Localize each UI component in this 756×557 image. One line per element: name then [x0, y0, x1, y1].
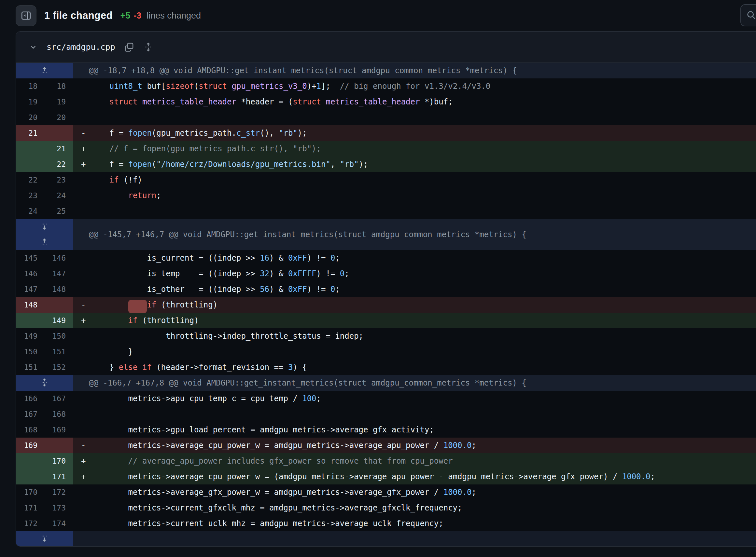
old-line-number [16, 453, 45, 469]
file-diff-panel: src/amdgpu.cpp @@ -18,7 +18,8 @@ void AM… [16, 31, 756, 547]
code-line [90, 406, 756, 422]
panel-toggle-button[interactable] [16, 5, 36, 26]
code-token: ) & [269, 269, 288, 278]
code-token: if [109, 175, 119, 184]
expand-all-icon [143, 42, 154, 52]
old-line-number: 24 [16, 203, 45, 219]
code-token: 0 [340, 269, 344, 278]
code-line: metrics->average_gfx_power_w = amdgpu_me… [90, 485, 756, 500]
old-line-number: 21 [16, 125, 45, 141]
diff-row-context: 149150 throttling->indep_throttle_status… [16, 328, 756, 344]
new-line-number: 151 [45, 344, 73, 359]
code-token: 0 [331, 254, 335, 263]
hunk-header-text: @@ -166,7 +167,8 @@ void AMDGPU::get_ins… [73, 375, 756, 391]
code-line: metrics->gpu_load_percent = amdgpu_metri… [90, 422, 756, 438]
code-token [227, 82, 231, 91]
code-token [90, 144, 109, 153]
code-token: metrics->average_cpu_power_w = amdgpu_me… [90, 441, 443, 450]
diff-marker: - [73, 438, 90, 453]
diff-row-context: 151152 } else if (header->format_revisio… [16, 359, 756, 375]
old-line-number [16, 141, 45, 156]
code-token: metrics->apu_cpu_temp_c = cpu_temp / [90, 394, 302, 403]
code-token: struct [293, 97, 321, 107]
new-line-number: 168 [45, 406, 73, 422]
code-token: 100 [302, 394, 316, 403]
code-line: struct metrics_table_header *header = (s… [90, 94, 756, 110]
diff-row-addition: 170+ // average_apu_power includes gfx_p… [16, 453, 756, 469]
search-button[interactable] [740, 4, 756, 26]
diff-marker: + [73, 141, 90, 156]
code-token: (throttling) [156, 300, 218, 310]
code-token: metrics->current_gfxclk_mhz = amdgpu_met… [90, 503, 462, 512]
new-line-number: 22 [45, 156, 73, 172]
new-line-number: 21 [45, 141, 73, 156]
code-line: metrics->average_cpu_power_w = (amdgpu_m… [90, 469, 756, 485]
code-token [90, 191, 128, 200]
code-token: ; [471, 488, 476, 497]
code-token: throttling->indep_throttle_status = inde… [90, 331, 363, 341]
code-line: throttling->indep_throttle_status = inde… [90, 328, 756, 344]
diff-marker [73, 406, 90, 422]
new-line-number: 150 [45, 328, 73, 344]
collapse-file-button[interactable] [28, 42, 38, 52]
code-line: metrics->average_cpu_power_w = amdgpu_me… [90, 438, 756, 453]
code-token: *)buf; [420, 97, 453, 107]
code-line [90, 203, 756, 219]
code-token: 0xFF [288, 254, 307, 263]
expand-up-icon [40, 66, 49, 76]
code-line [90, 110, 756, 125]
old-line-number [16, 156, 45, 172]
expand-down-button[interactable] [40, 222, 49, 232]
expand-gutter [16, 63, 73, 79]
diff-marker [73, 422, 90, 438]
new-line-number: 174 [45, 516, 73, 531]
diff-row-context: 168169 metrics->gpu_load_percent = amdgp… [16, 422, 756, 438]
copy-path-button[interactable] [124, 42, 135, 52]
diff-marker [73, 344, 90, 359]
new-line-number: 149 [45, 313, 73, 328]
file-header: src/amdgpu.cpp [16, 32, 756, 63]
code-line: return; [90, 188, 756, 203]
old-line-number: 147 [16, 282, 45, 297]
diff-marker: + [73, 469, 90, 485]
code-line: } else if (header->format_revision == 3)… [90, 359, 756, 375]
files-changed-title: 1 file changed [44, 10, 113, 22]
diff-rows: @@ -18,7 +18,8 @@ void AMDGPU::get_insta… [16, 63, 756, 547]
expand-all-hunks-button[interactable] [143, 42, 154, 52]
code-token [90, 175, 109, 184]
expand-up-button[interactable] [40, 237, 49, 247]
hunk-header-row: @@ -18,7 +18,8 @@ void AMDGPU::get_insta… [16, 63, 756, 79]
code-line: is_temp = ((indep >> 32) & 0xFFFF) != 0; [90, 266, 756, 282]
code-token: 56 [260, 285, 269, 294]
new-line-number: 152 [45, 359, 73, 375]
old-line-number: 172 [16, 516, 45, 531]
expand-gutter [16, 375, 73, 391]
diff-marker [73, 250, 90, 266]
code-token: 0xFF [288, 285, 307, 294]
code-token: ) != [316, 269, 340, 278]
code-token: // average_apu_power includes gfx_power … [128, 457, 453, 466]
expand-both-button[interactable] [40, 378, 49, 388]
expand-down-button[interactable] [40, 534, 49, 544]
code-line: if (throttling) [90, 297, 756, 313]
diff-row-deletion: 148- if (throttling) [16, 297, 756, 313]
code-token: 3 [288, 363, 293, 372]
code-token: metrics->gpu_load_percent = amdgpu_metri… [90, 425, 434, 434]
code-token: ); [359, 160, 368, 169]
code-line: // average_apu_power includes gfx_power … [90, 453, 756, 469]
old-line-number: 148 [16, 297, 45, 313]
code-token: )+ [307, 82, 316, 91]
code-token: ; [650, 472, 655, 481]
new-line-number: 18 [45, 79, 73, 94]
diff-row-context: 1919 struct metrics_table_header *header… [16, 94, 756, 110]
code-token: ( [194, 82, 199, 91]
new-line-number: 167 [45, 391, 73, 406]
new-line-number: 169 [45, 422, 73, 438]
expand-up-button[interactable] [40, 66, 49, 76]
code-token: is_temp = ((indep >> [90, 269, 260, 278]
code-token [90, 457, 128, 466]
code-token: ) & [269, 285, 288, 294]
code-token: if [142, 363, 152, 372]
code-token: ; [316, 394, 321, 403]
lines-changed-label: lines changed [146, 11, 201, 21]
